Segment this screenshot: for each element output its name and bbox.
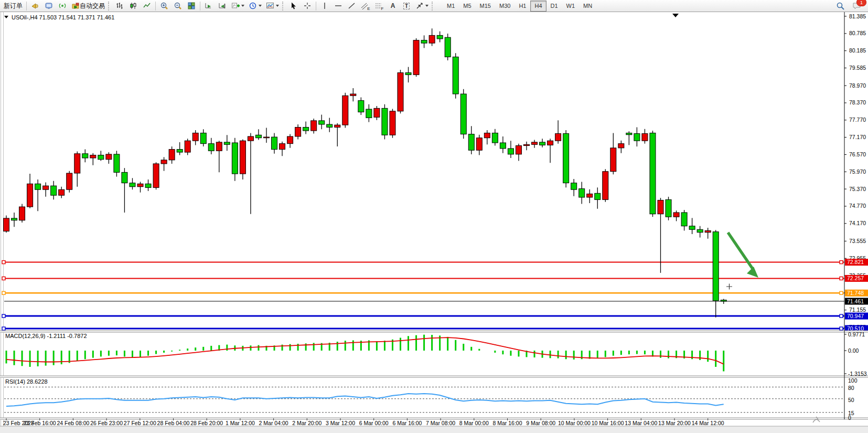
candle <box>445 37 451 57</box>
shapes-button[interactable] <box>413 0 431 12</box>
text-button[interactable]: A <box>386 0 400 12</box>
time-tick-label: 24 Feb 08:00 <box>57 420 89 426</box>
timeframe-button-MN[interactable]: MN <box>579 1 596 12</box>
line-anchor[interactable] <box>840 261 843 264</box>
time-tick-label: 27 Feb 12:00 <box>124 420 156 426</box>
timeframe-button-M30[interactable]: M30 <box>495 1 515 12</box>
crosshair-button[interactable] <box>301 0 314 12</box>
channel-button[interactable]: E <box>359 0 372 12</box>
time-tick-label: 14 Mar 12:00 <box>692 420 724 426</box>
timeframe-button-D1[interactable]: D1 <box>546 1 562 12</box>
chat-button[interactable]: 1 <box>850 0 864 12</box>
price-tick-label: 77.170 <box>849 134 866 140</box>
candlestick-chart-icon <box>129 2 137 10</box>
candle <box>579 189 585 197</box>
timeframe-button-W1[interactable]: W1 <box>562 1 580 12</box>
timeframe-button-M1[interactable]: M1 <box>443 1 459 12</box>
bar-chart-button[interactable] <box>113 0 126 12</box>
candle <box>540 142 545 145</box>
candle <box>508 149 513 154</box>
line-anchor[interactable] <box>2 314 5 318</box>
candle <box>453 57 458 94</box>
chart-canvas[interactable]: 81.38580.78580.18579.58578.97078.37077.7… <box>0 12 868 433</box>
candle <box>177 150 183 152</box>
candle <box>689 226 695 230</box>
new-order-button[interactable]: 新订单 <box>2 0 25 12</box>
zoom-in-button[interactable] <box>157 0 171 12</box>
alert-horn-button[interactable] <box>28 0 42 12</box>
candle <box>437 35 443 39</box>
candle <box>59 189 65 195</box>
candle <box>192 133 198 141</box>
text-label-button[interactable]: T <box>400 0 413 12</box>
candle <box>398 73 403 111</box>
line-chart-button[interactable] <box>140 0 154 12</box>
candle <box>548 141 553 145</box>
tile-windows-icon <box>187 2 196 10</box>
dropdown-caret <box>425 5 428 7</box>
candle <box>216 142 222 151</box>
chart-shift-button[interactable] <box>216 0 229 12</box>
autotrading-button[interactable]: 自动交易 <box>69 0 107 12</box>
candle <box>421 40 427 43</box>
search-button[interactable] <box>833 0 847 12</box>
trendline-button[interactable] <box>345 0 359 12</box>
candle <box>571 183 577 190</box>
periods-button[interactable] <box>247 0 264 12</box>
candle <box>311 121 317 131</box>
time-tick-label: 28 Feb 20:00 <box>190 420 223 426</box>
timeframe-button-H1[interactable]: H1 <box>515 1 530 12</box>
line-anchor[interactable] <box>840 314 843 318</box>
candle <box>145 184 151 187</box>
terminal-button[interactable] <box>42 0 56 12</box>
indicators-button[interactable] <box>229 0 247 12</box>
candle <box>51 186 57 195</box>
price-badge-label: 70.947 <box>847 313 864 319</box>
candle <box>390 111 395 135</box>
line-anchor[interactable] <box>2 277 5 280</box>
candle <box>595 193 601 199</box>
timeframe-button-M5[interactable]: M5 <box>459 1 475 12</box>
fibonacci-letter: F <box>381 7 384 11</box>
line-anchor[interactable] <box>2 327 5 330</box>
candle <box>319 121 325 124</box>
signals-button[interactable] <box>56 0 69 12</box>
timeframe-button-H4[interactable]: H4 <box>530 1 546 12</box>
candle <box>161 160 167 164</box>
candle <box>587 194 593 197</box>
candle <box>563 134 569 183</box>
candle <box>137 184 143 186</box>
chart-shift-icon <box>218 2 227 10</box>
candle <box>610 148 616 172</box>
line-anchor[interactable] <box>2 261 5 264</box>
horizontal-line-button[interactable] <box>331 0 345 12</box>
channel-letter: E <box>367 7 370 11</box>
candlestick-chart-button[interactable] <box>126 0 140 12</box>
time-tick-label: 8 Mar 16:00 <box>492 420 522 426</box>
time-tick-label: 8 Mar 00:00 <box>459 420 489 426</box>
shapes-arrows-icon <box>415 2 424 10</box>
candle <box>429 35 435 43</box>
price-tick-label: 77.770 <box>849 117 866 123</box>
line-anchor[interactable] <box>2 291 5 294</box>
line-anchor[interactable] <box>840 277 843 280</box>
timeframe-toolbar: M1M5M15M30H1H4D1W1MN <box>443 1 596 12</box>
rsi-scale-label: 80 <box>848 385 854 391</box>
cursor-button[interactable] <box>287 0 301 12</box>
zoom-out-button[interactable] <box>171 0 185 12</box>
tile-windows-button[interactable] <box>185 0 198 12</box>
candle <box>185 141 190 152</box>
rsi-label: RSI(14) 28.6228 <box>5 378 48 385</box>
rsi-scale-label: 0 <box>848 415 851 421</box>
candle <box>35 184 41 189</box>
line-anchor[interactable] <box>840 327 843 330</box>
vertical-line-button[interactable] <box>318 0 331 12</box>
line-anchor[interactable] <box>840 291 843 294</box>
time-tick-label: 6 Mar 16:00 <box>392 420 422 426</box>
templates-button[interactable] <box>264 0 281 12</box>
auto-scroll-button[interactable] <box>202 0 216 12</box>
main-toolbar: 新订单 自动交易 E F A T M1M5M15M30H1H4D1W1MN 1 <box>0 0 868 12</box>
fibonacci-button[interactable]: F <box>372 0 386 12</box>
timeframe-button-M15[interactable]: M15 <box>476 1 495 12</box>
time-tick-label: 9 Mar 08:00 <box>526 420 555 426</box>
